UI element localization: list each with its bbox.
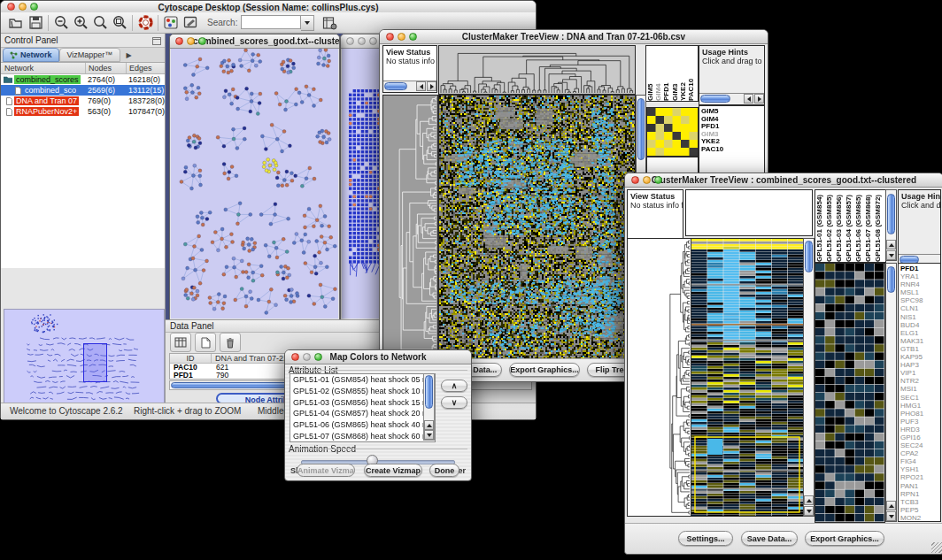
column-label[interactable]: GPL51-07 (GSM868) <box>864 190 874 262</box>
vizmapper-icon[interactable] <box>161 14 181 32</box>
table-icon[interactable] <box>170 333 191 352</box>
vscroll-thumb[interactable] <box>425 375 433 409</box>
hscroll-thumb[interactable] <box>700 95 730 103</box>
column-label[interactable]: GPL51-02 (GSM855) <box>825 190 835 262</box>
column-label[interactable]: PFD1 <box>662 46 670 101</box>
column-label[interactable]: GPL51-06 (GSM865) <box>854 190 864 262</box>
treeview2-row-dendrogram[interactable] <box>627 238 691 517</box>
search-dropdown-button[interactable] <box>301 15 314 31</box>
scroll-up-button[interactable] <box>886 501 896 510</box>
treeview2-vscrollbar[interactable] <box>803 238 815 517</box>
gene-row-label[interactable]: SEC24 <box>899 441 940 449</box>
network-overview-canvas[interactable] <box>4 309 165 407</box>
scroll-down-button[interactable] <box>804 506 814 516</box>
attribute-list-item[interactable]: GPL51-02 (GSM855) heat shock 10 min <box>290 386 435 397</box>
tab-overflow-arrow[interactable]: ▶ <box>126 51 131 59</box>
scroll-down-button[interactable] <box>424 430 434 440</box>
treeview2-button-settings-[interactable]: Settings... <box>678 531 733 546</box>
resize-grip[interactable] <box>931 542 942 553</box>
gene-row-label[interactable]: MAK31 <box>899 337 940 345</box>
treeview2-column-labels[interactable]: GPL51-01 (GSM854)GPL51-02 (GSM855)GPL51-… <box>815 189 886 263</box>
treeview2-column-dendrogram-panel[interactable] <box>685 189 813 236</box>
close-button[interactable] <box>7 3 15 11</box>
col-header-network[interactable]: Network <box>1 63 86 73</box>
column-label[interactable]: GPL51-01 (GSM854) <box>815 190 825 262</box>
gene-row-label[interactable]: HRD3 <box>899 426 940 433</box>
zoom-button[interactable] <box>654 176 662 184</box>
new-attribute-icon[interactable] <box>195 333 216 352</box>
column-label[interactable]: GIM5 <box>646 46 654 101</box>
float-panel-icon[interactable] <box>152 33 161 49</box>
dialog-button-done[interactable]: Done <box>429 464 459 477</box>
scroll-down-button[interactable] <box>886 511 896 521</box>
vscroll-thumb[interactable] <box>887 266 895 293</box>
hscroll-thumb[interactable] <box>384 82 407 90</box>
gene-row-label[interactable]: CPA2 <box>899 449 940 457</box>
close-button[interactable] <box>631 176 639 184</box>
gene-row-label[interactable]: PHO81 <box>899 410 940 418</box>
column-label[interactable]: GIM3 <box>671 46 679 101</box>
close-button[interactable] <box>346 37 354 45</box>
tab-vizmapper[interactable]: VizMapper™ <box>59 48 121 62</box>
treeview1-correlation-matrix[interactable] <box>646 107 699 157</box>
gene-row-label[interactable]: NTR2 <box>899 377 940 385</box>
scroll-up-button[interactable] <box>424 420 434 430</box>
attribute-browser-icon[interactable] <box>320 14 339 32</box>
network-view-canvas[interactable] <box>171 49 338 318</box>
gene-row-label[interactable]: BUD4 <box>899 321 940 329</box>
view-status-hscrollbar[interactable] <box>383 81 436 92</box>
column-label[interactable]: GPL51-04 (GSM857) <box>845 190 854 262</box>
vscroll-thumb[interactable] <box>805 241 813 272</box>
attribute-listbox[interactable]: GPL51-01 (GSM854) heat shock 05 minGPL51… <box>290 373 436 442</box>
gene-row-label[interactable]: CLN1 <box>899 304 940 312</box>
move-attribute-down-button[interactable]: ∨ <box>441 396 467 409</box>
scroll-right-button[interactable] <box>427 81 436 91</box>
zoom-selected-icon[interactable] <box>110 14 129 32</box>
network-tree-row[interactable]: RNAPuberNov2+563(0)107847(0) <box>1 106 165 117</box>
scroll-up-button[interactable] <box>804 495 814 505</box>
gene-row-label[interactable]: YSH1 <box>899 465 940 473</box>
scroll-left-button[interactable] <box>744 94 753 104</box>
zoom-button[interactable] <box>30 3 38 11</box>
zoom-button[interactable] <box>409 33 417 41</box>
scroll-left-button[interactable] <box>416 81 426 91</box>
attribute-list-item[interactable]: GPL51-03 (GSM856) heat shock 15 min <box>290 397 435 409</box>
minimize-button[interactable] <box>358 37 366 45</box>
treeview1-title-bar[interactable]: ClusterMaker TreeView : DNA and Tran 07-… <box>380 30 768 44</box>
gene-row-label[interactable]: FIG4 <box>899 457 940 465</box>
move-attribute-up-button[interactable]: ∧ <box>441 380 467 392</box>
gene-row-label[interactable]: PFD1 <box>899 265 940 272</box>
treeview2-selected-heatmap[interactable] <box>815 263 885 523</box>
gene-row-label[interactable]: HMG1 <box>899 402 940 410</box>
open-folder-icon[interactable] <box>6 14 26 32</box>
scroll-right-button[interactable] <box>754 94 764 104</box>
col-header-edges[interactable]: Edges <box>127 63 152 73</box>
treeview1-column-labels[interactable]: GIM5GIM4PFD1GIM3YKE2PAC10 <box>645 45 699 102</box>
attribute-list-item[interactable]: GPL51-07 (GSM868) heat shock 60 min <box>290 431 435 442</box>
treeview2-title-bar[interactable]: ClusterMaker TreeView : combined_scores_… <box>625 173 942 188</box>
gene-row-label[interactable]: GTB1 <box>899 345 940 353</box>
minimize-button[interactable] <box>643 176 651 184</box>
gene-row-label[interactable]: ELG1 <box>899 329 940 337</box>
attribute-list-item[interactable]: GPL51-06 (GSM865) heat shock 40 min <box>290 419 435 431</box>
column-label[interactable]: YKE2 <box>679 46 687 101</box>
help-lifering-icon[interactable] <box>135 14 155 32</box>
gene-row-label[interactable]: PUF3 <box>899 418 940 426</box>
table-col-id[interactable]: ID <box>170 354 212 363</box>
treeview1-heatmap-canvas[interactable] <box>438 95 636 359</box>
minimize-button[interactable] <box>19 3 27 11</box>
treeview2-button-save-data-[interactable]: Save Data... <box>741 531 798 546</box>
minimize-button[interactable] <box>187 37 195 45</box>
gene-row-label[interactable]: PAN1 <box>899 482 940 490</box>
zoom-button[interactable] <box>198 37 206 45</box>
scroll-down-button[interactable] <box>886 250 896 260</box>
vscroll-thumb[interactable] <box>637 98 645 160</box>
close-button[interactable] <box>175 37 183 45</box>
attribute-list-vscrollbar[interactable] <box>423 373 435 441</box>
network-view-window[interactable]: combined_scores_good.txt--cluste... <box>169 34 340 320</box>
search-input[interactable] <box>241 15 301 29</box>
gene-row-label[interactable]: RPO21 <box>899 473 940 481</box>
gene-row-label[interactable]: GPI16 <box>899 433 940 441</box>
col-header-nodes[interactable]: Nodes <box>86 63 127 73</box>
gene-row-label[interactable]: VIP1 <box>899 369 940 377</box>
